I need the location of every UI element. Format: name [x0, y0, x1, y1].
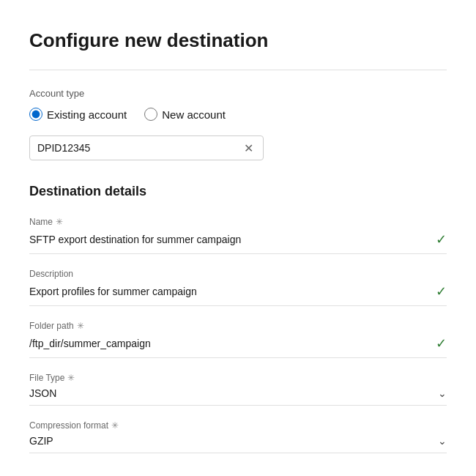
new-account-option[interactable]: New account [144, 108, 226, 121]
divider [29, 70, 447, 70]
clear-icon[interactable]: ✕ [241, 141, 256, 155]
existing-account-label: Existing account [47, 108, 127, 121]
destination-details-title: Destination details [29, 184, 447, 199]
compression-format-value: GZIP [29, 435, 53, 447]
compression-format-dropdown[interactable]: GZIP ⌄ [29, 435, 447, 453]
existing-account-radio[interactable] [29, 108, 42, 121]
name-field-group: Name ✳ SFTP export destination for summe… [29, 217, 447, 254]
file-type-field-group: File Type ✳ JSON ⌄ [29, 373, 447, 406]
account-search-input[interactable] [37, 136, 241, 160]
file-type-dropdown[interactable]: JSON ⌄ [29, 387, 447, 406]
file-type-value: JSON [29, 387, 56, 399]
folder-path-label: Folder path ✳ [29, 321, 447, 331]
folder-path-value-row: /ftp_dir/summer_campaign ✓ [29, 335, 447, 358]
account-type-radio-group: Existing account New account [29, 108, 447, 121]
existing-account-option[interactable]: Existing account [29, 108, 127, 121]
file-type-required-star: ✳ [67, 373, 75, 383]
page-title: Configure new destination [29, 29, 447, 52]
description-field-group: Description Export profiles for summer c… [29, 269, 447, 306]
destination-details-section: Destination details Name ✳ SFTP export d… [29, 184, 447, 453]
folder-path-value: /ftp_dir/summer_campaign [29, 338, 151, 349]
description-label: Description [29, 269, 447, 279]
account-search-box: ✕ [29, 135, 264, 160]
description-value: Export profiles for summer campaign [29, 286, 197, 297]
folder-path-check-icon: ✓ [436, 335, 447, 352]
description-value-row: Export profiles for summer campaign ✓ [29, 283, 447, 306]
compression-format-label: Compression format ✳ [29, 420, 447, 431]
account-type-section: Account type Existing account New accoun… [29, 88, 447, 160]
description-check-icon: ✓ [436, 283, 447, 300]
new-account-label: New account [162, 108, 226, 121]
name-required-star: ✳ [56, 217, 63, 227]
file-type-label: File Type ✳ [29, 373, 447, 383]
configure-destination-page: Configure new destination Account type E… [0, 0, 476, 476]
compression-format-field-group: Compression format ✳ GZIP ⌄ [29, 420, 447, 453]
file-type-chevron-icon: ⌄ [438, 387, 447, 399]
name-check-icon: ✓ [436, 231, 447, 248]
compression-format-chevron-icon: ⌄ [438, 435, 447, 447]
account-type-label: Account type [29, 88, 447, 99]
name-value-row: SFTP export destination for summer campa… [29, 231, 447, 254]
folder-path-field-group: Folder path ✳ /ftp_dir/summer_campaign ✓ [29, 321, 447, 358]
compression-format-required-star: ✳ [111, 420, 119, 431]
name-value: SFTP export destination for summer campa… [29, 234, 241, 245]
name-label: Name ✳ [29, 217, 447, 227]
new-account-radio[interactable] [144, 108, 157, 121]
folder-path-required-star: ✳ [77, 321, 84, 331]
